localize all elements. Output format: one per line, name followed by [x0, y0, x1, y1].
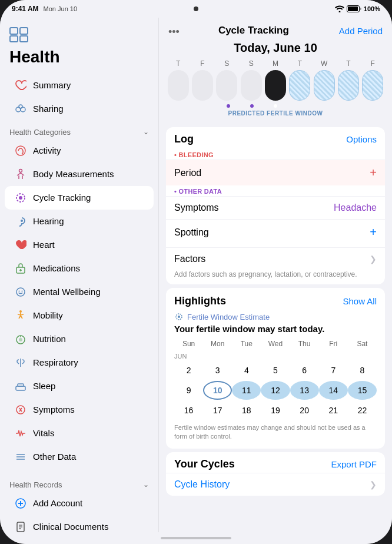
highlights-header: Highlights Show All [174, 295, 377, 307]
sidebar-item-vitals[interactable]: Vitals [5, 422, 154, 445]
cal-day-5[interactable]: T [288, 59, 312, 101]
sidebar-title: Health [9, 48, 149, 67]
svg-point-22 [19, 338, 22, 341]
sidebar-item-symptoms[interactable]: Symptoms [5, 398, 154, 422]
sidebar-mental-label: Mental Wellbeing [33, 287, 101, 297]
factors-row[interactable]: Factors ❯ [166, 247, 385, 270]
cal-day-2[interactable]: S [215, 59, 239, 101]
export-pdf-button[interactable]: Export PDF [331, 459, 377, 469]
svg-point-20 [19, 310, 22, 313]
factors-chevron-icon: ❯ [370, 254, 377, 264]
cal-bubble-6 [314, 70, 335, 101]
sidebar-item-mobility[interactable]: Mobility [5, 304, 154, 327]
sidebar-other-label: Other Data [33, 452, 76, 462]
sidebar-sleep-label: Sleep [33, 381, 55, 391]
svg-point-12 [19, 196, 22, 200]
period-plus-icon: + [370, 166, 377, 180]
cal-day-3[interactable]: S [239, 59, 263, 101]
svg-rect-2 [10, 28, 18, 34]
sidebar-item-add-account[interactable]: Add Account [5, 492, 154, 515]
period-row[interactable]: Period + [166, 160, 385, 185]
dots-menu[interactable]: ••• [168, 26, 180, 38]
cycles-title: Your Cycles [174, 458, 235, 470]
sidebar-item-nutrition[interactable]: Nutrition [5, 327, 154, 351]
vitals-icon [14, 427, 27, 440]
log-options-button[interactable]: Options [346, 134, 377, 144]
sidebar-item-heart[interactable]: Heart [5, 233, 154, 257]
highlights-title: Highlights [174, 295, 226, 307]
sidebar-item-clinical[interactable]: Clinical Documents [5, 515, 154, 532]
mini-cal-week2: 9 10 11 12 13 14 15 [174, 381, 377, 400]
svg-point-37 [178, 316, 180, 318]
respiratory-icon [14, 356, 27, 369]
period-label: Period [174, 168, 201, 178]
sidebar-item-summary[interactable]: Summary [5, 74, 154, 97]
mini-calendar: Sun Mon Tue Wed Thu Fri Sat JUN 2 3 4 [174, 340, 377, 420]
cal-day-0[interactable]: T [166, 59, 190, 101]
cal-day-4[interactable]: M [263, 59, 287, 101]
sparkle-icon [174, 312, 184, 321]
cal-day-8[interactable]: F [361, 59, 385, 101]
svg-point-9 [16, 146, 25, 155]
main-title: Cycle Tracking [168, 25, 339, 37]
sidebar-vitals-label: Vitals [33, 428, 54, 438]
sidebar-item-hearing[interactable]: Hearing [5, 210, 154, 233]
cal-bubble-2 [216, 70, 237, 101]
sidebar-nutrition-label: Nutrition [33, 334, 66, 344]
add-account-icon [14, 497, 27, 510]
svg-point-13 [21, 220, 23, 222]
cal-strip: T F S S [159, 59, 392, 124]
sidebar-item-sharing-label: Sharing [33, 104, 64, 114]
cal-day-7[interactable]: T [336, 59, 360, 101]
sidebar-hearing-label: Hearing [33, 216, 64, 226]
svg-rect-3 [20, 28, 28, 34]
status-bar: 9:41 AM Mon Jun 10 100% [0, 0, 392, 18]
sidebar-respiratory-label: Respiratory [33, 357, 78, 367]
svg-rect-1 [348, 6, 358, 11]
svg-point-17 [16, 288, 25, 296]
sharing-icon [14, 102, 27, 115]
cal-day-1[interactable]: F [190, 59, 214, 101]
sidebar-item-medications[interactable]: Medications [5, 257, 154, 280]
home-bar [161, 537, 231, 539]
hearing-icon [14, 215, 27, 228]
sidebar-symptoms-label: Symptoms [33, 404, 75, 414]
svg-point-10 [19, 169, 22, 172]
body-icon [14, 168, 27, 181]
factors-label: Factors [174, 254, 205, 264]
sidebar-item-body[interactable]: Body Measurements [5, 162, 154, 186]
sidebar-item-other[interactable]: Other Data [5, 445, 154, 469]
sidebar-cycle-label: Cycle Tracking [33, 193, 91, 203]
sidebar-item-activity[interactable]: Activity [5, 139, 154, 162]
cal-bubble-0 [168, 70, 189, 101]
sidebar-item-sleep[interactable]: Sleep [5, 374, 154, 398]
cycle-history-row[interactable]: Cycle History ❯ [166, 473, 385, 496]
health-records-chevron: ⌄ [143, 480, 149, 489]
device-frame: 9:41 AM Mon Jun 10 100% [0, 0, 392, 544]
log-card: Log Options • BLEEDING Period + • OTHER … [166, 127, 385, 284]
sidebar-item-respiratory[interactable]: Respiratory [5, 351, 154, 374]
heart-icon [14, 238, 27, 251]
mini-cal-week1: 2 3 4 5 6 7 8 [174, 361, 377, 380]
svg-point-19 [22, 290, 23, 291]
clinical-icon [14, 520, 27, 532]
show-all-button[interactable]: Show All [343, 296, 377, 306]
svg-rect-5 [20, 36, 28, 42]
sidebar-item-sharing[interactable]: Sharing [5, 97, 154, 121]
cal-bubble-3 [241, 70, 262, 101]
spotting-label: Spotting [174, 227, 209, 238]
symptoms-row[interactable]: Symptoms Headache [166, 196, 385, 219]
your-cycles-card: Your Cycles Export PDF Cycle History ❯ [166, 452, 385, 496]
status-time: 9:41 AM [12, 5, 39, 13]
sidebar-add-account-label: Add Account [33, 498, 82, 508]
sidebar-header: Health [0, 22, 158, 74]
sidebar-body-label: Body Measurements [33, 169, 114, 179]
cal-day-6[interactable]: W [312, 59, 336, 101]
add-period-button[interactable]: Add Period [339, 26, 383, 36]
sidebar-item-mental[interactable]: Mental Wellbeing [5, 280, 154, 304]
cal-bubble-5 [289, 70, 310, 101]
spotting-row[interactable]: Spotting + [166, 219, 385, 245]
sidebar-item-cycle[interactable]: Cycle Tracking [5, 186, 154, 210]
cycle-icon [14, 191, 27, 204]
nutrition-icon [14, 333, 27, 346]
